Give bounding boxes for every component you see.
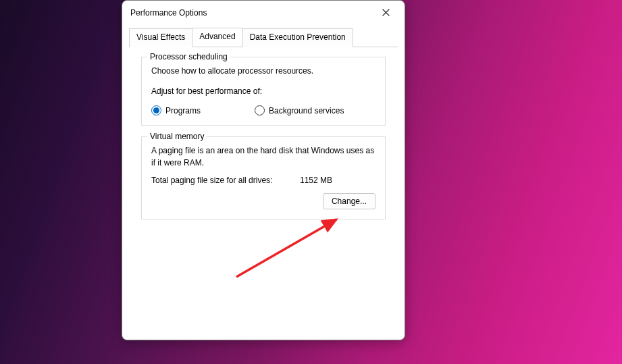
processor-scheduling-group: Processor scheduling Choose how to alloc… — [141, 57, 386, 126]
vm-group-title: Virtual memory — [147, 132, 207, 141]
tab-strip: Visual Effects Advanced Data Execution P… — [129, 28, 398, 47]
virtual-memory-group: Virtual memory A paging file is an area … — [141, 136, 386, 219]
radio-programs-label: Programs — [165, 106, 201, 115]
change-button[interactable]: Change... — [323, 193, 375, 209]
tab-visual-effects[interactable]: Visual Effects — [129, 28, 192, 47]
vm-total-label: Total paging file size for all drives: — [151, 176, 300, 185]
vm-description: A paging file is an area on the hard dis… — [151, 145, 375, 169]
tab-advanced[interactable]: Advanced — [192, 28, 242, 47]
tab-content-advanced: Processor scheduling Choose how to alloc… — [129, 47, 398, 240]
titlebar: Performance Options — [122, 1, 405, 24]
processor-radio-group: Programs Background services — [151, 105, 375, 115]
vm-button-row: Change... — [151, 193, 375, 209]
vm-total-row: Total paging file size for all drives: 1… — [151, 176, 375, 185]
radio-programs[interactable]: Programs — [151, 105, 201, 115]
tab-dep[interactable]: Data Execution Prevention — [242, 28, 353, 47]
close-icon — [382, 9, 390, 16]
dialog-title: Performance Options — [130, 8, 207, 18]
radio-background-services[interactable]: Background services — [255, 105, 344, 115]
radio-background-label: Background services — [269, 106, 344, 115]
vm-total-value: 1152 MB — [300, 176, 332, 185]
tabs-container: Visual Effects Advanced Data Execution P… — [122, 24, 405, 240]
processor-subheading: Adjust for best performance of: — [151, 86, 375, 96]
performance-options-dialog: Performance Options Visual Effects Advan… — [122, 0, 405, 340]
processor-group-title: Processor scheduling — [147, 52, 230, 61]
radio-programs-indicator — [151, 105, 161, 115]
close-button[interactable] — [373, 3, 398, 22]
radio-background-indicator — [255, 105, 265, 115]
processor-description: Choose how to allocate processor resourc… — [151, 66, 375, 77]
